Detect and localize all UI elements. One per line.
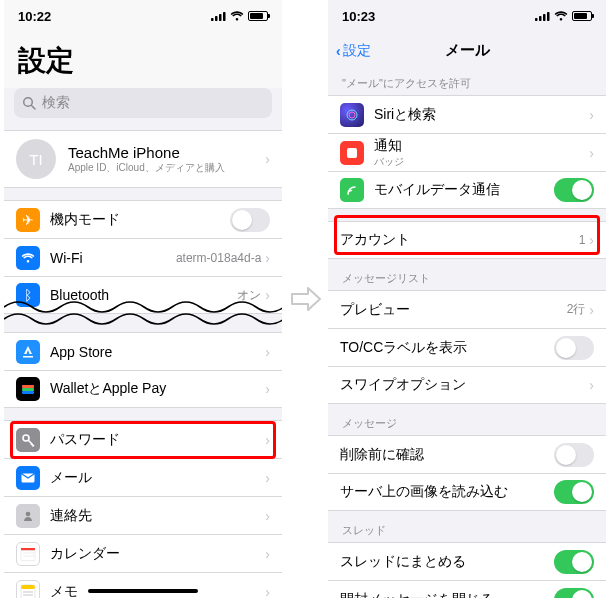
chevron-right-icon: ›	[265, 470, 270, 486]
notifications-icon	[340, 141, 364, 165]
row-label: モバイルデータ通信	[374, 181, 500, 199]
chevron-right-icon: ›	[265, 250, 270, 266]
svg-rect-7	[22, 388, 34, 391]
row-airplane-mode[interactable]: ✈︎ 機内モード	[4, 200, 282, 238]
row-label: 機内モード	[50, 211, 120, 229]
toggle[interactable]	[554, 480, 594, 504]
svg-line-5	[32, 106, 36, 110]
wifi-app-icon	[16, 246, 40, 270]
row-label: 連絡先	[50, 507, 92, 525]
toggle[interactable]	[554, 443, 594, 467]
toggle[interactable]	[554, 588, 594, 599]
row-mail[interactable]: メール ›	[4, 458, 282, 496]
back-button[interactable]: ‹ 設定	[336, 42, 371, 60]
chevron-right-icon: ›	[589, 232, 594, 248]
group-header-msglist: メッセージリスト	[328, 271, 606, 290]
apple-id-sub: Apple ID、iCloud、メディアと購入	[68, 161, 225, 175]
svg-rect-28	[539, 16, 542, 21]
row-cellular-data[interactable]: モバイルデータ通信	[328, 171, 606, 209]
row-swipe-options[interactable]: スワイプオプション ›	[328, 366, 606, 404]
row-label: メモ	[50, 583, 78, 599]
toggle[interactable]	[230, 208, 270, 232]
group-header-thread: スレッド	[328, 523, 606, 542]
svg-rect-1	[215, 16, 218, 21]
wifi-icon	[554, 11, 568, 21]
svg-rect-12	[21, 548, 35, 551]
chevron-right-icon: ›	[265, 151, 270, 167]
row-label: アカウント	[340, 231, 410, 249]
wifi-icon	[230, 11, 244, 21]
calendar-icon	[16, 542, 40, 566]
row-detail: aterm-018a4d-a	[176, 251, 261, 265]
row-passwords[interactable]: パスワード ›	[4, 420, 282, 458]
row-load-remote-images[interactable]: サーバ上の画像を読み込む	[328, 473, 606, 511]
search-input[interactable]: 検索	[14, 88, 272, 118]
row-accounts[interactable]: アカウント 1›	[328, 221, 606, 259]
row-wifi[interactable]: Wi-Fi aterm-018a4d-a›	[4, 238, 282, 276]
svg-point-11	[26, 511, 31, 516]
svg-rect-8	[22, 391, 34, 394]
row-label: メール	[50, 469, 92, 487]
arrow-right-icon	[288, 282, 322, 316]
row-label: スレッドにまとめる	[340, 553, 466, 571]
status-time: 10:22	[18, 9, 51, 24]
svg-rect-27	[535, 18, 538, 21]
search-icon	[22, 96, 36, 110]
status-bar: 10:23	[328, 0, 606, 32]
app-store-icon	[16, 340, 40, 364]
row-label: 通知	[374, 137, 404, 155]
row-calendar[interactable]: カレンダー ›	[4, 534, 282, 572]
wallet-icon	[16, 377, 40, 401]
content-omitted-squiggle	[4, 300, 282, 326]
back-label: 設定	[343, 42, 371, 60]
row-label: 開封メッセージを閉じる	[340, 591, 494, 599]
row-label: プレビュー	[340, 301, 410, 319]
chevron-right-icon: ›	[589, 377, 594, 393]
row-contacts[interactable]: 連絡先 ›	[4, 496, 282, 534]
toggle[interactable]	[554, 178, 594, 202]
row-label: Wi-Fi	[50, 250, 83, 266]
row-label: サーバ上の画像を読み込む	[340, 483, 508, 501]
chevron-right-icon: ›	[589, 302, 594, 318]
avatar: TI	[16, 139, 56, 179]
row-label: Siriと検索	[374, 106, 436, 124]
cellular-icon	[340, 178, 364, 202]
home-indicator[interactable]	[88, 589, 198, 593]
svg-point-32	[349, 112, 355, 118]
toggle[interactable]	[554, 550, 594, 574]
chevron-right-icon: ›	[265, 344, 270, 360]
svg-rect-17	[21, 585, 35, 589]
row-label: パスワード	[50, 431, 120, 449]
row-label: TO/CCラベルを表示	[340, 339, 467, 357]
row-detail: 2行	[567, 301, 586, 318]
row-siri-search[interactable]: Siriと検索 ›	[328, 95, 606, 133]
row-organize-thread[interactable]: スレッドにまとめる	[328, 542, 606, 580]
row-wallet[interactable]: WalletとApple Pay ›	[4, 370, 282, 408]
row-ask-before-delete[interactable]: 削除前に確認	[328, 435, 606, 473]
siri-icon	[340, 103, 364, 127]
row-notifications[interactable]: 通知 バッジ ›	[328, 133, 606, 171]
nav-bar: ‹ 設定 メール	[328, 32, 606, 70]
row-label: 削除前に確認	[340, 446, 424, 464]
signal-icon	[211, 11, 226, 21]
svg-rect-3	[223, 12, 226, 21]
apple-id-row[interactable]: TI TeachMe iPhone Apple ID、iCloud、メディアと購…	[4, 130, 282, 188]
contacts-icon	[16, 504, 40, 528]
notes-icon	[16, 580, 40, 599]
row-label: WalletとApple Pay	[50, 380, 166, 398]
transition-arrow	[282, 0, 328, 598]
row-preview[interactable]: プレビュー 2行›	[328, 290, 606, 328]
row-app-store[interactable]: App Store ›	[4, 332, 282, 370]
group-header-access: "メール"にアクセスを許可	[328, 76, 606, 95]
row-tocc-labels[interactable]: TO/CCラベルを表示	[328, 328, 606, 366]
row-notes[interactable]: メモ ›	[4, 572, 282, 598]
signal-icon	[535, 11, 550, 21]
chevron-right-icon: ›	[265, 508, 270, 524]
svg-rect-2	[219, 14, 222, 21]
row-sub: バッジ	[374, 155, 404, 169]
status-bar: 10:22	[4, 0, 282, 32]
key-icon	[16, 428, 40, 452]
svg-rect-29	[543, 14, 546, 21]
toggle[interactable]	[554, 336, 594, 360]
row-collapse-read[interactable]: 開封メッセージを閉じる	[328, 580, 606, 598]
